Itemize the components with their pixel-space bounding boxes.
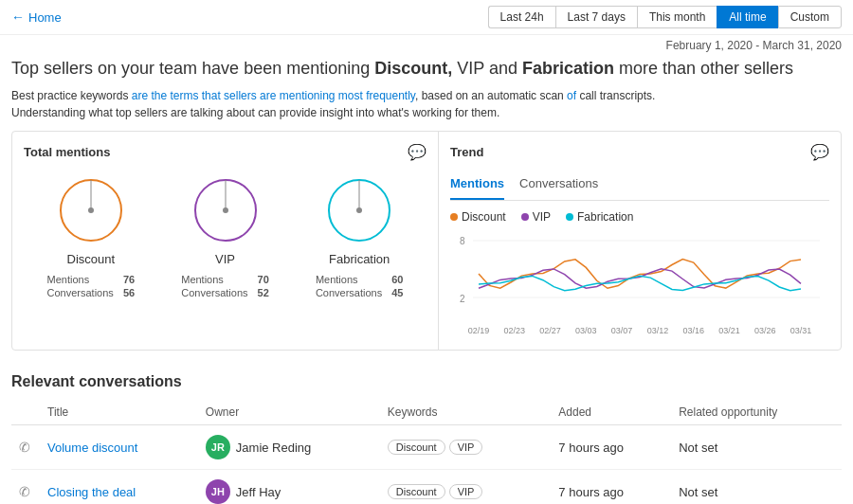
legend-dot-discount (450, 213, 458, 221)
svg-text:8: 8 (460, 236, 465, 246)
time-filter-this-month[interactable]: This month (637, 6, 717, 28)
conversations-table-container: Title Owner Keywords Added Related oppor… (11, 400, 842, 504)
trend-icon: 💬 (810, 143, 829, 161)
headline: Top sellers on your team have been menti… (0, 54, 853, 83)
top-nav: ← Home Last 24hLast 7 daysThis monthAll … (0, 0, 853, 35)
svg-text:03/21: 03/21 (718, 326, 740, 335)
headline-and: and (484, 59, 522, 78)
svg-point-5 (223, 207, 228, 213)
svg-text:2: 2 (460, 294, 465, 304)
row-opportunity: Not set (671, 470, 842, 504)
trend-tab-mentions[interactable]: Mentions (450, 172, 504, 200)
keyword-tag: Discount (388, 484, 445, 499)
owner-name: Jeff Hay (236, 485, 281, 499)
table-row: ✆ Closing the deal JH Jeff Hay DiscountV… (11, 470, 842, 504)
total-mentions-label: Total mentions (24, 145, 110, 159)
subtitle-line2: Understanding what top sellers are talki… (11, 104, 842, 121)
row-phone-icon: ✆ (11, 470, 40, 504)
trend-tabs: MentionsConversations (450, 172, 829, 201)
headline-middle: VIP (452, 59, 484, 78)
circle-label-discount: Discount (24, 252, 158, 266)
svg-text:03/03: 03/03 (575, 326, 597, 335)
svg-point-8 (356, 207, 362, 213)
back-label: Home (28, 10, 62, 25)
conversations-table: Title Owner Keywords Added Related oppor… (11, 400, 842, 504)
trend-chart: 8 2 02/1902/2302/2703/0303/0703/1203/160… (450, 231, 829, 335)
svg-text:03/26: 03/26 (754, 326, 776, 335)
svg-text:03/16: 03/16 (682, 326, 704, 335)
time-filter-custom[interactable]: Custom (778, 6, 842, 28)
row-added: 7 hours ago (551, 425, 671, 470)
conversations-body: ✆ Volume discount JR Jamie Reding Discou… (11, 425, 842, 504)
circle-svg-fabrication (321, 172, 397, 248)
date-range: February 1, 2020 - March 31, 2020 (0, 35, 853, 54)
col-added: Added (551, 400, 671, 425)
table-header: Title Owner Keywords Added Related oppor… (11, 400, 842, 425)
legend-dot-fabrication (566, 213, 573, 221)
time-filter-all-time[interactable]: All time (717, 6, 777, 28)
circle-svg-discount (53, 172, 129, 248)
headline-keyword1: Discount, (374, 59, 452, 78)
circle-item-fabrication: FabricationMentions60Conversations45 (292, 172, 426, 300)
row-phone-icon: ✆ (11, 425, 40, 470)
time-filter-group: Last 24hLast 7 daysThis monthAll timeCus… (488, 6, 842, 28)
svg-text:02/19: 02/19 (468, 326, 490, 335)
total-mentions-icon: 💬 (408, 143, 426, 161)
total-mentions-card: Total mentions 💬 DiscountMentions76Conve… (12, 132, 439, 350)
headline-suffix: more than other sellers (614, 59, 793, 78)
phone-icon: ✆ (19, 440, 30, 455)
table-row: ✆ Volume discount JR Jamie Reding Discou… (11, 425, 842, 470)
svg-point-2 (88, 207, 94, 213)
trend-card: Trend 💬 MentionsConversations DiscountVI… (439, 132, 841, 350)
time-filter-last-24h[interactable]: Last 24h (488, 6, 555, 28)
cards-row: Total mentions 💬 DiscountMentions76Conve… (11, 131, 842, 351)
row-owner: JH Jeff Hay (198, 470, 380, 504)
row-added: 7 hours ago (551, 470, 671, 504)
svg-text:03/07: 03/07 (611, 326, 633, 335)
row-title[interactable]: Volume discount (40, 425, 198, 470)
subtitle-line1: Best practice keywords are the terms tha… (11, 87, 842, 104)
headline-prefix: Top sellers on your team have been menti… (11, 59, 374, 78)
time-filter-last-7-days[interactable]: Last 7 days (555, 6, 637, 28)
circle-label-fabrication: Fabrication (292, 252, 426, 266)
circle-stats-discount: Mentions76Conversations56 (24, 272, 158, 300)
svg-text:03/31: 03/31 (790, 326, 812, 335)
row-owner: JR Jamie Reding (198, 425, 380, 470)
keyword-tag: VIP (449, 484, 483, 499)
svg-text:03/12: 03/12 (647, 326, 669, 335)
col-title: Title (40, 400, 198, 425)
owner-avatar: JH (206, 479, 230, 504)
trend-title: Trend 💬 (450, 143, 829, 161)
col-opportunity: Related opportunity (671, 400, 842, 425)
col-icon (11, 400, 40, 425)
legend-dot-vip (521, 213, 529, 221)
legend-item-discount: Discount (450, 210, 506, 224)
circle-svg-vip (188, 172, 263, 248)
legend-item-vip: VIP (521, 210, 551, 224)
row-opportunity: Not set (671, 425, 842, 470)
circle-label-vip: VIP (158, 252, 293, 266)
circle-stats-vip: Mentions70Conversations52 (158, 272, 293, 300)
headline-keyword2: Fabrication (522, 59, 614, 78)
row-keywords: DiscountVIP (380, 425, 552, 470)
row-keywords: DiscountVIP (380, 470, 552, 504)
circles-row: DiscountMentions76Conversations56VIPMent… (24, 172, 426, 300)
trend-tab-conversations[interactable]: Conversations (519, 172, 598, 200)
legend-item-fabrication: Fabrication (566, 210, 633, 224)
trend-label: Trend (450, 145, 483, 159)
row-title[interactable]: Closing the deal (40, 470, 198, 504)
trend-legend: DiscountVIPFabrication (450, 210, 829, 224)
back-arrow-icon: ← (11, 9, 25, 25)
back-link[interactable]: ← Home (11, 9, 62, 25)
circle-item-discount: DiscountMentions76Conversations56 (24, 172, 158, 300)
svg-text:02/27: 02/27 (539, 326, 561, 335)
trend-chart-container: 8 2 02/1902/2302/2703/0303/0703/1203/160… (450, 231, 829, 338)
owner-name: Jamie Reding (236, 441, 312, 455)
subtitle-text: Best practice keywords are the terms tha… (11, 89, 655, 102)
keyword-tag: Discount (388, 440, 445, 455)
total-mentions-title: Total mentions 💬 (24, 143, 426, 161)
svg-text:02/23: 02/23 (504, 326, 526, 335)
keyword-tag: VIP (449, 440, 483, 455)
owner-avatar: JR (206, 435, 230, 459)
subtitle: Best practice keywords are the terms tha… (0, 83, 853, 131)
